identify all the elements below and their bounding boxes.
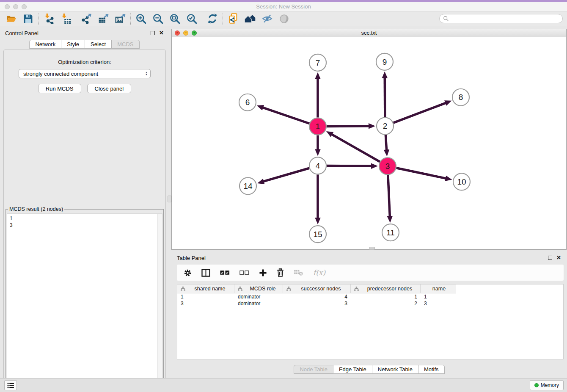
edge-4-3[interactable] <box>327 166 372 166</box>
delete-table-button[interactable] <box>294 269 303 276</box>
network-window-controls[interactable]: × − + <box>175 30 197 36</box>
open-folder-icon <box>6 14 17 24</box>
edge-3-10[interactable] <box>396 168 446 179</box>
zoom-selected-icon <box>186 13 198 25</box>
close-panel-icon[interactable]: ✕ <box>159 31 164 35</box>
edge-1-2[interactable] <box>327 126 369 127</box>
close-table-panel-icon[interactable]: ✕ <box>556 256 561 260</box>
table-row[interactable]: 1dominator411 <box>177 293 563 300</box>
minimize-window-button[interactable] <box>13 4 18 9</box>
mcds-result-text: 1 3 <box>7 214 162 230</box>
column-header-shared-name[interactable]: shared name <box>177 284 234 293</box>
select-all-rows-button[interactable] <box>220 270 230 275</box>
open-session-button[interactable] <box>3 12 19 25</box>
network-window-titlebar[interactable]: × − + scc.txt <box>172 29 566 37</box>
refresh-button[interactable] <box>204 12 221 25</box>
import-network-button[interactable] <box>40 12 57 25</box>
close-panel-button[interactable]: Close panel <box>87 84 132 93</box>
export-network-icon <box>81 13 92 24</box>
edge-1-6[interactable] <box>262 108 309 124</box>
graph-node-label-8: 8 <box>459 93 463 102</box>
edge-3-1[interactable] <box>331 134 380 162</box>
zoom-fit-button[interactable] <box>166 12 183 25</box>
deselect-all-rows-button[interactable] <box>239 270 249 275</box>
edge-2-9[interactable] <box>385 77 385 117</box>
first-neighbors-button[interactable] <box>242 12 259 25</box>
table-cell: dominator <box>234 300 283 307</box>
table-cell: 4 <box>283 293 351 300</box>
network-minimize-button[interactable]: − <box>183 30 188 36</box>
memory-button[interactable]: Memory <box>530 380 564 390</box>
network-window-grip[interactable] <box>369 247 375 250</box>
float-table-panel-icon[interactable] <box>548 256 552 260</box>
task-history-button[interactable] <box>4 380 17 390</box>
graph-node-label-15: 15 <box>313 230 322 239</box>
import-table-button[interactable] <box>57 12 74 25</box>
delete-column-button[interactable] <box>277 268 284 277</box>
tab-network-table[interactable]: Network Table <box>372 365 418 374</box>
result-scrollbar[interactable] <box>157 214 162 392</box>
network-canvas[interactable]: 1234678910111415 <box>172 37 566 249</box>
export-image-button[interactable] <box>112 12 129 25</box>
graph-node-label-4: 4 <box>316 161 320 170</box>
main-toolbar <box>0 11 567 26</box>
mcds-result-group: MCDS result (2 nodes) 1 3 <box>6 209 164 392</box>
tab-network[interactable]: Network <box>29 40 61 49</box>
export-network-button[interactable] <box>78 12 95 25</box>
save-session-button[interactable] <box>19 12 36 25</box>
edge-4-14[interactable] <box>263 168 309 182</box>
run-mcds-button[interactable]: Run MCDS <box>38 84 81 93</box>
show-all-button[interactable] <box>275 12 292 25</box>
clone-network-button[interactable] <box>225 12 242 25</box>
app-titlebar: Session: New Session <box>0 2 567 11</box>
hide-selected-button[interactable] <box>259 12 275 25</box>
trash-icon <box>277 268 284 277</box>
edge-arrowhead <box>382 72 388 78</box>
optimization-criterion-select[interactable]: strongly connected component ▲▼ <box>19 69 151 78</box>
add-column-button[interactable] <box>259 269 267 277</box>
tab-select[interactable]: Select <box>85 40 112 49</box>
tab-edge-table[interactable]: Edge Table <box>333 365 372 374</box>
column-header-successor-nodes[interactable]: successor nodes <box>283 284 351 293</box>
edge-arrowhead <box>257 105 264 110</box>
zoom-in-button[interactable] <box>132 12 149 25</box>
edge-arrowhead <box>369 123 375 129</box>
column-type-icon <box>286 287 291 291</box>
tab-motifs[interactable]: Motifs <box>418 365 445 374</box>
clone-network-icon <box>228 13 239 25</box>
export-table-button[interactable] <box>95 12 112 25</box>
edge-arrowhead <box>444 100 451 106</box>
search-input[interactable] <box>449 15 562 22</box>
control-panel: Control Panel ✕ Network Style Select MCD… <box>0 26 169 378</box>
show-columns-button[interactable] <box>201 269 210 277</box>
mcds-result-area[interactable]: 1 3 <box>7 213 162 392</box>
tab-mcds[interactable]: MCDS <box>112 40 139 49</box>
select-stepper-icon: ▲▼ <box>145 72 148 76</box>
edge-2-8[interactable] <box>394 103 446 123</box>
window-controls[interactable] <box>5 4 27 9</box>
columns-icon <box>201 269 210 277</box>
network-close-button[interactable]: × <box>175 30 180 36</box>
close-window-button[interactable] <box>5 4 10 9</box>
column-label: predecessor nodes <box>361 286 418 292</box>
zoom-window-button[interactable] <box>22 4 27 9</box>
function-builder-button[interactable]: f(x) <box>313 268 325 277</box>
edge-3-11[interactable] <box>388 175 390 217</box>
column-header-name[interactable]: name <box>421 284 456 293</box>
optimization-criterion-label: Optimization criterion: <box>4 59 165 65</box>
column-header-MCDS-role[interactable]: MCDS role <box>234 284 283 293</box>
panel-splitter-grip[interactable] <box>168 196 171 202</box>
export-image-icon <box>115 13 126 24</box>
tab-node-table[interactable]: Node Table <box>294 365 333 374</box>
table-row[interactable]: 3dominator323 <box>177 300 563 307</box>
float-panel-icon[interactable] <box>151 31 155 35</box>
search-field[interactable] <box>439 14 563 23</box>
edge-2-3[interactable] <box>385 135 386 150</box>
column-header-predecessor-nodes[interactable]: predecessor nodes <box>351 284 421 293</box>
tab-style[interactable]: Style <box>61 40 85 49</box>
zoom-out-button[interactable] <box>149 12 166 25</box>
zoom-selected-button[interactable] <box>183 12 200 25</box>
network-zoom-button[interactable]: + <box>192 30 197 36</box>
hide-eye-icon <box>261 13 273 24</box>
table-settings-button[interactable] <box>184 269 192 277</box>
